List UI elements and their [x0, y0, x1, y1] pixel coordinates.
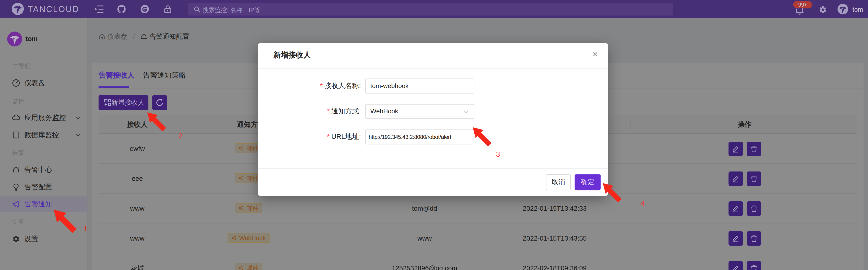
bulb-icon — [12, 183, 20, 191]
dashboard-icon — [12, 79, 20, 87]
required-mark: * — [320, 82, 323, 90]
sidebar-username: tom — [26, 35, 38, 43]
sidebar-section-main: 主导航 — [12, 62, 30, 70]
sidebar-item-alert-config[interactable]: 告警配置 — [0, 179, 87, 195]
receiver-name-input[interactable]: tom-webhook — [365, 78, 474, 94]
method-tag: 邮件 — [235, 203, 262, 213]
annotation-label-1: 1 — [84, 225, 88, 233]
confirm-button[interactable]: 确定 — [575, 174, 600, 190]
alarm-icon — [12, 166, 20, 174]
field-label: *URL地址: — [258, 130, 361, 144]
modal-close-icon[interactable]: × — [592, 48, 598, 61]
delete-button[interactable] — [747, 142, 761, 156]
sidebar: tom 主导航 仪表盘 监控 应用服务监控 — [0, 18, 87, 270]
table-row[interactable]: www WebHook www 2022-01-15T13:43:55 — [99, 224, 857, 254]
megaphone-icon — [12, 200, 20, 208]
delete-button[interactable] — [747, 171, 761, 186]
menu-fold-icon[interactable] — [95, 5, 103, 13]
delete-button[interactable] — [747, 201, 761, 216]
trash-icon — [750, 265, 758, 270]
home-icon — [99, 33, 105, 40]
method-tag: 邮件 — [235, 263, 262, 270]
sidebar-item-label: 告警通知 — [24, 196, 52, 212]
annotation-label-3: 3 — [496, 150, 500, 158]
trash-icon — [750, 175, 758, 183]
modal-footer-divider — [258, 168, 608, 169]
notification-method-select[interactable]: WebHook — [365, 104, 474, 119]
edit-button[interactable] — [728, 261, 743, 270]
alarm-icon — [141, 33, 147, 40]
sidebar-item-alert-notification[interactable]: 告警通知 — [0, 196, 87, 212]
cancel-button[interactable]: 取消 — [546, 174, 571, 190]
edit-pen-icon — [732, 175, 740, 183]
cell-contact: tom@dd — [347, 194, 502, 224]
gitee-icon[interactable] — [141, 5, 149, 13]
column-header-actions: 操作 — [711, 115, 778, 134]
modal-header-divider — [258, 68, 608, 68]
database-icon — [12, 131, 20, 139]
tab-alert-policies[interactable]: 告警通知策略 — [143, 70, 186, 80]
settings-gear-icon[interactable] — [819, 5, 827, 14]
github-icon[interactable] — [117, 5, 125, 13]
breadcrumb-home[interactable]: 仪表盘 — [107, 33, 127, 40]
header-divider — [174, 120, 174, 129]
cell-contact: www — [347, 224, 502, 254]
add-receiver-label: 新增接收人 — [111, 99, 145, 106]
lock-icon[interactable] — [164, 5, 172, 13]
table-row[interactable]: www 邮件 tom@dd 2022-01-15T13:42:33 — [99, 194, 857, 224]
user-avatar[interactable] — [837, 3, 848, 15]
sidebar-section-more: 更多 — [12, 217, 24, 225]
refresh-icon — [156, 99, 164, 107]
cloud-icon — [12, 114, 20, 122]
megaphone-icon — [239, 265, 244, 270]
sidebar-item-app-service-monitor[interactable]: 应用服务监控 — [0, 110, 87, 126]
annotation-label-2: 2 — [178, 132, 182, 140]
trash-icon — [750, 205, 758, 212]
megaphone-icon — [239, 146, 244, 151]
table-row[interactable]: 花城 邮件 1252532896@qq.com 2022-02-18T09:36… — [99, 254, 857, 270]
sidebar-section-monitor: 监控 — [12, 97, 24, 105]
monitor-search-input[interactable]: 搜索监控: 名称、IP等 — [188, 3, 673, 15]
tab-alert-receivers[interactable]: 告警接收人 — [99, 70, 135, 80]
column-header-receiver: 接收人 — [99, 115, 176, 134]
cell-contact: 1252532896@qq.com — [347, 254, 502, 270]
delete-button[interactable] — [747, 231, 761, 246]
delete-button[interactable] — [747, 261, 761, 270]
trash-icon — [750, 235, 758, 242]
field-label: *通知方式: — [258, 104, 361, 119]
cell-time: 2022-02-18T09:36:09 — [499, 254, 610, 270]
field-label: *接收人名称: — [258, 78, 361, 94]
method-tag: WebHook — [227, 233, 270, 243]
cell-receiver: ewfw — [99, 134, 176, 164]
brand-title: TANCLOUD — [28, 4, 80, 14]
sidebar-item-dashboard[interactable]: 仪表盘 — [0, 75, 87, 91]
edit-button[interactable] — [728, 201, 743, 216]
breadcrumb-current: 告警通知配置 — [150, 33, 189, 40]
add-receiver-modal: 新增接收人 × *接收人名称: tom-webhook *通知方式: WebHo… — [258, 43, 608, 196]
sidebar-item-database-monitor[interactable]: 数据库监控 — [0, 127, 87, 143]
cell-time: 2022-01-15T13:43:55 — [499, 224, 610, 254]
edit-button[interactable] — [728, 142, 743, 156]
refresh-button[interactable] — [152, 95, 167, 110]
megaphone-icon — [231, 235, 237, 241]
megaphone-icon — [239, 205, 244, 211]
edit-pen-icon — [732, 205, 740, 212]
select-chevron-icon — [463, 109, 469, 114]
webhook-url-input[interactable]: http://192.345.43.2:8080/robot/alert — [365, 130, 474, 144]
form-row-method: *通知方式: WebHook — [258, 104, 608, 119]
sidebar-item-label: 告警配置 — [24, 179, 52, 195]
trash-icon — [750, 145, 758, 153]
sidebar-item-alert-center[interactable]: 告警中心 — [0, 162, 87, 178]
form-row-url: *URL地址: http://192.345.43.2:8080/robot/a… — [258, 130, 608, 144]
edit-button[interactable] — [728, 171, 743, 186]
sidebar-avatar — [7, 31, 22, 46]
app-root: TANCLOUD 搜索监控: 名称、IP等 — [0, 0, 868, 270]
add-receiver-button[interactable]: 新增接收人 — [99, 95, 148, 110]
megaphone-icon — [239, 176, 244, 181]
edit-button[interactable] — [728, 231, 743, 246]
top-navbar: TANCLOUD 搜索监控: 名称、IP等 — [0, 0, 868, 18]
sidebar-item-settings[interactable]: 设置 — [0, 231, 87, 247]
notification-badge: 99+ — [793, 1, 812, 8]
sidebar-item-label: 告警中心 — [24, 162, 52, 178]
sidebar-item-label: 仪表盘 — [24, 75, 45, 91]
